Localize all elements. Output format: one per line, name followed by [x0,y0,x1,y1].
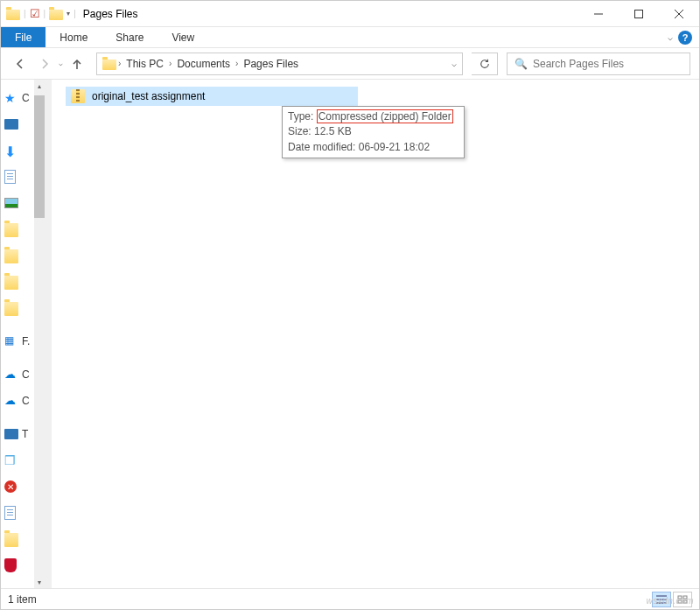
tab-view[interactable]: View [158,27,208,47]
quick-access-icon: ★ [4,91,18,105]
window-controls [578,1,699,27]
pc-icon [4,429,18,439]
folder-icon [4,302,18,316]
search-box[interactable]: 🔍 [507,53,690,75]
search-input[interactable] [533,58,682,70]
navigation-bar: ⌵ › This PC › Documents › Pages Files ⌵ … [1,48,699,80]
tooltip-type-label: Type: [288,110,317,123]
cloud-icon: ☁ [4,394,18,408]
document-icon [4,170,16,184]
sidebar-item-label: T [22,428,28,440]
sidebar-item-label: F. [22,335,30,347]
watermark: wsxdn.com [646,596,694,606]
tooltip-size-value: 12.5 KB [314,125,352,137]
history-dropdown-icon[interactable]: ⌵ [59,60,63,67]
tooltip-date-label: Date modified: [288,141,359,153]
separator: | [24,9,26,18]
folder-icon [4,533,18,547]
close-button[interactable] [659,1,699,27]
folder-icon [49,10,63,20]
picture-icon [4,198,18,208]
tooltip-date-value: 06-09-21 18:02 [359,141,430,153]
address-dropdown-icon[interactable]: ⌵ [452,59,457,68]
search-icon: 🔍 [514,58,528,70]
shield-icon [4,558,17,572]
scroll-up-icon[interactable]: ▴ [34,80,45,92]
svg-rect-1 [635,10,643,18]
ribbon: File Home Share View ⌵ ? [1,27,699,48]
qat-customize-arrow[interactable]: ▾ [66,10,70,18]
breadcrumb-item[interactable]: This PC [122,58,167,70]
tooltip-size-label: Size: [288,125,314,137]
sidebar-item-label: C [22,92,30,104]
tooltip-type-value: Compressed (zipped) Folder [317,109,453,123]
titlebar: | ☑ | ▾ | Pages Files [1,1,699,27]
file-name: original_test assignment [92,90,205,102]
separator: | [74,9,76,18]
address-bar[interactable]: › This PC › Documents › Pages Files ⌵ [96,53,463,75]
forward-button[interactable] [34,53,55,74]
desktop-icon [4,119,18,130]
ribbon-collapse-icon[interactable]: ⌵ [668,32,673,42]
grid-icon: ▦ [4,334,18,348]
file-list-pane[interactable]: original_test assignment Type: Compresse… [45,80,699,588]
checkbox-icon[interactable]: ☑ [30,7,40,20]
refresh-button[interactable] [472,53,498,75]
window-title: Pages Files [83,8,138,20]
navigation-pane[interactable]: ★C ⬇ ▦F. ☁C ☁C T ❒ ✕ ▴ ▾ [1,80,45,588]
download-icon: ⬇ [4,144,18,158]
tab-share[interactable]: Share [102,27,158,47]
cloud-icon: ☁ [4,368,18,382]
maximize-button[interactable] [619,1,659,27]
up-button[interactable] [66,53,88,74]
content-area: ★C ⬇ ▦F. ☁C ☁C T ❒ ✕ ▴ ▾ [1,80,699,588]
zip-folder-icon [71,89,85,103]
folder-icon [4,276,18,290]
chevron-right-icon[interactable]: › [234,59,240,68]
help-icon[interactable]: ? [678,31,692,45]
cube-icon: ❒ [4,453,18,467]
status-bar: 1 item [1,588,699,609]
folder-icon [102,60,116,70]
main-gutter [45,80,52,588]
file-tooltip: Type: Compressed (zipped) Folder Size: 1… [282,106,465,158]
tab-home[interactable]: Home [46,27,102,47]
folder-icon [6,10,20,20]
folder-icon [4,249,18,263]
sidebar-item-label: C [22,368,30,381]
scrollbar-thumb[interactable] [34,95,45,218]
error-icon: ✕ [4,480,17,493]
sidebar-scrollbar[interactable]: ▴ ▾ [34,80,45,588]
breadcrumb-item[interactable]: Documents [173,58,234,70]
minimize-button[interactable] [578,1,619,27]
file-tab[interactable]: File [1,27,46,47]
list-item[interactable]: original_test assignment [66,87,358,106]
chevron-right-icon[interactable]: › [116,59,122,68]
scroll-down-icon[interactable]: ▾ [34,576,45,588]
folder-icon [4,223,18,237]
back-button[interactable] [10,53,31,74]
breadcrumb-item[interactable]: Pages Files [240,58,302,70]
chevron-right-icon[interactable]: › [167,59,173,68]
document-icon [4,506,16,520]
item-count: 1 item [8,593,37,606]
separator: | [44,9,46,18]
quick-access-toolbar: | ☑ | ▾ | [1,7,76,20]
sidebar-item-label: C [22,395,30,407]
